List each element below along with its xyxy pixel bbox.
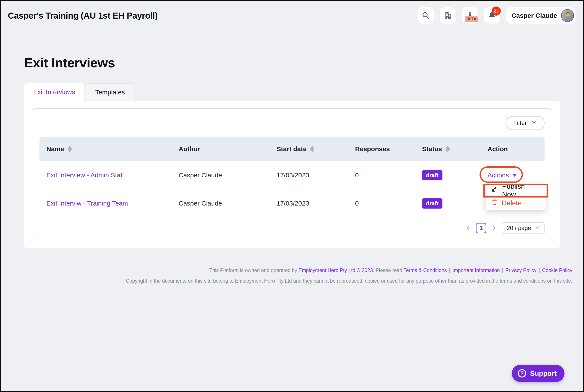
status-badge: draft (422, 198, 442, 208)
tab-bar: Exit Interviews Templates (24, 84, 583, 101)
important-information-link[interactable]: Important Information (452, 268, 500, 273)
cookie-policy-link[interactable]: Cookie Policy (542, 268, 572, 273)
tab-panel: Filter Name Author Start dat (24, 101, 560, 248)
chevron-right-icon (491, 225, 497, 232)
status-badge: draft (422, 170, 442, 180)
author-cell: Casper Claude (179, 200, 276, 207)
card-toolbar: Filter (40, 109, 544, 137)
column-label: Responses (355, 145, 390, 153)
footer-text: . Please read (373, 268, 404, 273)
table-header-row: Name Author Start date Responses Statu (40, 137, 544, 161)
building-icon (444, 11, 452, 20)
tab-exit-interviews[interactable]: Exit Interviews (24, 84, 84, 101)
page-title: Exit Interviews (24, 55, 583, 70)
column-header-responses: Responses (355, 145, 422, 153)
start-date-cell: 17/03/2023 (276, 200, 355, 207)
page-size-select[interactable]: 20 / page (502, 222, 544, 234)
trash-icon (491, 199, 498, 207)
beta-badge: BETA (465, 16, 478, 22)
column-header-name[interactable]: Name (40, 145, 179, 153)
support-label: Support (530, 370, 557, 378)
beta-features-button[interactable]: BETA (462, 7, 478, 24)
question-circle-icon: ? (518, 369, 526, 378)
search-icon (422, 11, 430, 20)
column-label: Start date (276, 145, 307, 153)
footer-separator: | (449, 268, 450, 273)
actions-dropdown-button[interactable]: Actions (487, 172, 517, 179)
next-page-button[interactable] (491, 225, 497, 232)
sort-arrows-icon (445, 146, 450, 152)
chevron-down-icon (531, 120, 537, 127)
column-header-start-date[interactable]: Start date (276, 145, 355, 153)
user-name: Casper Claude (512, 12, 557, 19)
topbar-actions: BETA 23 Casper Claude (418, 7, 576, 24)
filter-label: Filter (513, 120, 527, 126)
share-icon (491, 186, 498, 195)
filter-button[interactable]: Filter (505, 116, 544, 130)
page: Casper's Training (AU 1st EH Payroll) BE… (0, 0, 584, 392)
table-row: Exit Interview - Admin Staff Casper Clau… (40, 161, 544, 189)
chevron-down-icon (535, 225, 540, 232)
avatar (561, 9, 574, 22)
sort-arrows-icon (68, 146, 72, 152)
footer-text: This Platform is owned and operated by (209, 268, 299, 273)
notification-count-badge: 23 (492, 6, 501, 16)
caret-down-icon (512, 174, 517, 177)
menu-item-publish-now[interactable]: Publish Now (486, 184, 546, 197)
actions-label: Actions (487, 172, 509, 179)
menu-item-label: Publish Now (502, 182, 540, 198)
column-label: Name (46, 145, 64, 153)
menu-item-label: Delete (502, 199, 522, 207)
search-button[interactable] (418, 7, 434, 24)
column-label: Action (487, 145, 508, 153)
responses-cell: 0 (355, 172, 422, 179)
column-header-action: Action (487, 145, 544, 153)
terms-conditions-link[interactable]: Terms & Conditions (404, 268, 447, 273)
page-number-button[interactable]: 1 (476, 223, 486, 233)
tab-templates[interactable]: Templates (86, 84, 134, 101)
column-label: Author (179, 145, 200, 153)
column-header-status[interactable]: Status (422, 145, 487, 153)
start-date-cell: 17/03/2023 (276, 172, 355, 179)
footer-line2: Copyright in the documents on this site … (1, 278, 572, 284)
exit-interviews-table: Name Author Start date Responses Statu (40, 137, 544, 218)
notifications-button[interactable]: 23 (484, 7, 500, 24)
menu-item-delete[interactable]: Delete (486, 197, 546, 209)
interview-name-link[interactable]: Exit Interviw - Training Team (46, 200, 128, 207)
organisation-button[interactable] (440, 7, 456, 24)
author-cell: Casper Claude (179, 172, 276, 179)
table-row: Exit Interviw - Training Team Casper Cla… (40, 189, 544, 218)
responses-cell: 0 (355, 200, 422, 207)
footer-separator: | (539, 268, 540, 273)
privacy-policy-link[interactable]: Privacy Policy (505, 268, 536, 273)
column-header-author: Author (179, 145, 276, 153)
footer: This Platform is owned and operated by E… (1, 268, 583, 284)
pagination: 1 20 / page (40, 222, 544, 234)
support-button[interactable]: ? Support (512, 365, 564, 382)
org-title: Casper's Training (AU 1st EH Payroll) (8, 11, 158, 20)
interview-name-link[interactable]: Exit Interview - Admin Staff (46, 172, 124, 179)
table-card: Filter Name Author Start dat (32, 108, 552, 240)
previous-page-button[interactable] (465, 225, 471, 232)
column-label: Status (422, 145, 442, 153)
page-size-value: 20 / page (507, 225, 531, 232)
sort-arrows-icon (310, 146, 314, 152)
footer-separator: | (502, 268, 503, 273)
company-link[interactable]: Employment Hero Pty Ltd © 2023 (299, 268, 373, 273)
footer-line1: This Platform is owned and operated by E… (1, 268, 572, 273)
actions-dropdown-menu: Publish Now Delete (486, 184, 546, 210)
chevron-left-icon (465, 225, 471, 232)
top-header: Casper's Training (AU 1st EH Payroll) BE… (1, 1, 583, 30)
user-menu-button[interactable]: Casper Claude (506, 7, 576, 24)
